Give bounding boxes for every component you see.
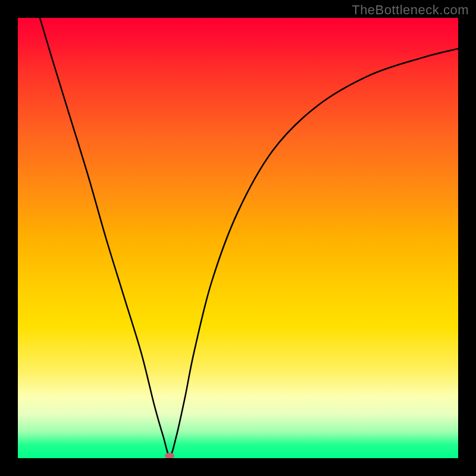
watermark-text: TheBottleneck.com — [352, 2, 469, 18]
plot-area — [18, 18, 458, 458]
curve-svg — [18, 18, 458, 458]
bottleneck-curve — [40, 18, 458, 456]
optimal-point-marker — [165, 453, 174, 458]
chart-frame: TheBottleneck.com — [0, 0, 476, 476]
